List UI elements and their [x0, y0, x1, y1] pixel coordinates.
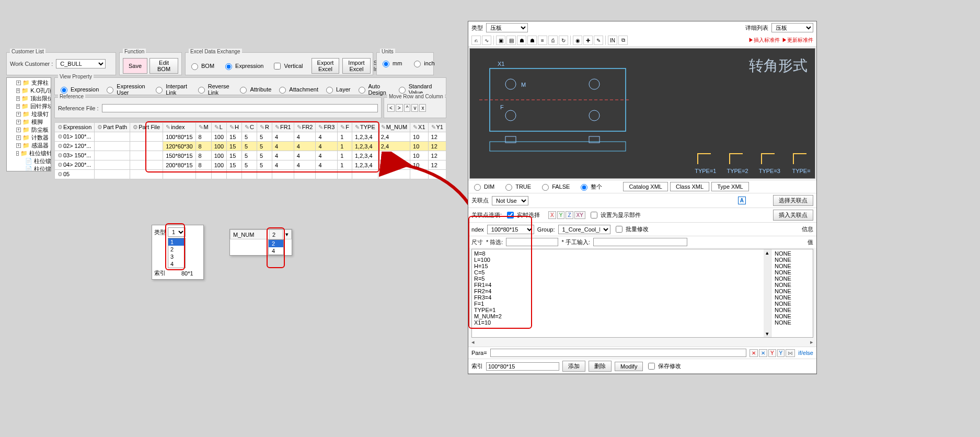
col-header[interactable]: ✎X1 — [410, 123, 428, 132]
param-row[interactable]: L=100 — [474, 257, 762, 263]
set-display-part-check[interactable]: 设置为显示部件 — [589, 210, 641, 220]
view-opt-attribute[interactable]: Attribute — [237, 83, 271, 96]
table-row[interactable]: ⚙01> 100*...100*80*158100155544411,2,3,4… — [54, 132, 446, 142]
y-red-icon[interactable]: Y — [768, 349, 776, 357]
param-row[interactable]: FR2=4 — [474, 288, 762, 294]
insert-std-link[interactable]: ▶插入标准件 — [748, 37, 780, 44]
save-button[interactable]: Save — [123, 58, 147, 74]
export-excel-button[interactable]: Export Excel — [312, 58, 340, 74]
param-row[interactable]: C=5 — [474, 269, 762, 275]
view-opt-auto-design[interactable]: Auto Design — [356, 83, 391, 96]
icon-11[interactable]: ✚ — [583, 36, 593, 45]
a-badge[interactable]: A — [738, 197, 746, 204]
dropdown-option[interactable]: 4 — [168, 260, 185, 268]
icon-13[interactable]: ⧉ — [618, 36, 628, 45]
col-header[interactable]: ⚙Part File — [130, 123, 163, 132]
false-radio[interactable]: FALSE — [539, 182, 570, 191]
save-modify-check[interactable]: 保存修改 — [646, 361, 681, 371]
col-header[interactable]: ✎TYPE — [352, 123, 378, 132]
view-opt-layer[interactable]: Layer — [324, 83, 351, 96]
col-header[interactable]: ⚙Expression — [54, 123, 94, 132]
col-header[interactable]: ✎FR1 — [272, 123, 294, 132]
tree-item[interactable]: +📁支撑柱 — [16, 79, 49, 87]
y-blue-icon[interactable]: Y — [777, 349, 785, 357]
tree-item[interactable]: 📄柱位镶针_无头螺丝型(mm) — [24, 157, 49, 165]
link-icon[interactable]: ⋈ — [786, 349, 795, 357]
col-header[interactable]: ✎H — [227, 123, 242, 132]
dropdown-option[interactable]: 3 — [168, 253, 185, 260]
part-tree[interactable]: +📁支撑柱+📁K.O孔/顶框+📁顶出限位块+📁回针撑块+📁垃圾钉+📁模脚+📁防尘… — [6, 77, 51, 171]
tree-item[interactable]: +📁感温器 — [16, 142, 49, 150]
param-row[interactable]: M=8 — [474, 250, 762, 257]
reference-file-input[interactable] — [102, 104, 378, 112]
tree-item[interactable]: +📁垃圾钉 — [16, 110, 49, 118]
col-header[interactable]: ✎C — [242, 123, 257, 132]
group-select[interactable]: 1_Core_Cool_l — [558, 225, 610, 234]
ndex-select[interactable]: 100*80*15 — [487, 225, 534, 234]
batch-modify-check[interactable]: 批量修改 — [614, 224, 649, 234]
type-select[interactable]: 1 — [168, 227, 186, 237]
hscroll-left-icon[interactable]: ◂ — [471, 339, 475, 346]
col-header[interactable]: ⚙Part Path — [95, 123, 130, 132]
dropdown-option[interactable]: 2 — [168, 246, 185, 253]
modify-button[interactable]: Modify — [615, 362, 643, 371]
col-header[interactable]: ✎index — [163, 123, 195, 132]
col-header[interactable]: ✎M_NUM — [378, 123, 410, 132]
assoc-point-select[interactable]: Not Use — [492, 196, 528, 205]
icon-5[interactable]: ☗ — [517, 36, 526, 45]
ifelse-link[interactable]: if/else — [798, 350, 813, 356]
col-header[interactable]: ✎M — [195, 123, 211, 132]
axis-btn-x[interactable]: X — [548, 211, 556, 219]
table-row[interactable]: ⚙04> 200*...200*80*158100155544411,2,3,4… — [54, 160, 446, 170]
axis-btn-xy[interactable]: XY — [574, 211, 585, 219]
table-row[interactable]: ⚙02> 120*...120*60*308100155544411,2,3,4… — [54, 142, 446, 151]
xml-tab[interactable]: Type XML — [711, 182, 749, 191]
realtime-select-check[interactable]: 实时选择 — [505, 210, 540, 220]
move-btn[interactable]: ^ — [404, 104, 411, 112]
col-header[interactable]: ✎FR2 — [294, 123, 316, 132]
rtype-select[interactable]: 压板 — [486, 23, 528, 32]
param-row[interactable]: X1=10 — [474, 319, 762, 326]
expression-table[interactable]: ⚙Expression⚙Part Path⚙Part File✎index✎M✎… — [54, 122, 446, 179]
icon-4[interactable]: ▤ — [506, 36, 516, 45]
update-std-link[interactable]: ▶更新标准件 — [782, 37, 813, 44]
tree-item[interactable]: +📁回针撑块 — [16, 102, 49, 110]
xml-tab[interactable]: Class XML — [670, 182, 709, 191]
tree-item[interactable]: +📁防尘板 — [16, 126, 49, 134]
x-blue-icon[interactable]: ✕ — [759, 349, 767, 357]
tree-item[interactable]: +📁计数器 — [16, 134, 49, 142]
move-btn[interactable]: > — [396, 104, 403, 112]
tree-item[interactable]: +📁顶出限位块 — [16, 95, 49, 102]
inch-radio[interactable]: inch — [411, 59, 434, 67]
param-row[interactable]: F=1 — [474, 301, 762, 307]
insert-assoc-button[interactable]: 插入关联点 — [773, 210, 813, 221]
work-customer-select[interactable]: C_BULL — [56, 59, 106, 68]
col-header[interactable]: ✎Y1 — [428, 123, 446, 132]
whole-radio[interactable]: 整个 — [578, 182, 602, 191]
edit-bom-button[interactable]: Edit BOM — [149, 58, 178, 74]
dim-radio[interactable]: DIM — [471, 182, 494, 191]
param-row[interactable]: TYPE=1 — [474, 307, 762, 313]
icon-9[interactable]: ↻ — [559, 36, 568, 45]
view-opt-interpart-link[interactable]: Interpart Link — [153, 83, 190, 96]
col-header[interactable]: ✎R — [257, 123, 272, 132]
delete-button[interactable]: 删除 — [589, 361, 612, 372]
col-header[interactable]: ✎L — [211, 123, 226, 132]
move-btn[interactable]: < — [387, 104, 395, 112]
param-row[interactable]: H=15 — [474, 263, 762, 269]
para-input[interactable] — [490, 349, 746, 357]
param-row[interactable]: FR1=4 — [474, 282, 762, 288]
icon-10[interactable]: ◉ — [573, 36, 582, 45]
icon-7[interactable]: ≡ — [538, 36, 547, 45]
x-red-icon[interactable]: ✕ — [750, 349, 758, 357]
import-excel-button[interactable]: Import Excel — [342, 58, 370, 74]
move-btn[interactable]: x — [419, 104, 426, 112]
bottom-index-input[interactable] — [486, 362, 559, 371]
true-radio[interactable]: TRUE — [503, 182, 531, 191]
vertical-check[interactable]: Vertical — [272, 61, 303, 71]
icon-2[interactable]: ∿ — [482, 36, 491, 45]
tree-item[interactable]: -📁柱位镶针 — [16, 150, 49, 157]
icon-8[interactable]: ⎙ — [548, 36, 558, 45]
manual-input[interactable] — [593, 238, 687, 246]
axis-btn-z[interactable]: Z — [566, 211, 573, 219]
